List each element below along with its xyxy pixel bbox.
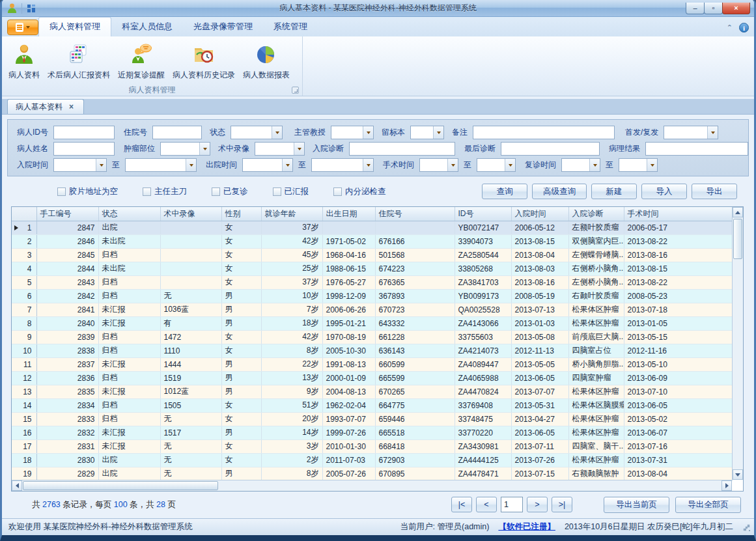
grid-cell[interactable]: 2013-07-13 <box>511 303 568 316</box>
column-header-status[interactable]: 状态 <box>98 207 160 221</box>
column-header-admission-dx[interactable]: 入院诊断 <box>568 207 624 221</box>
grid-cell[interactable]: 男 <box>221 316 261 330</box>
grid-cell[interactable]: 出院 <box>98 467 160 480</box>
grid-cell[interactable]: 1036蓝 <box>160 303 221 316</box>
table-row[interactable]: 42844未出院女25岁1988-06-15674223338052682013… <box>12 262 732 275</box>
query-button[interactable]: 查询 <box>482 184 527 199</box>
row-number-cell[interactable]: 5 <box>12 275 36 289</box>
grid-cell[interactable]: 未汇报 <box>98 426 160 439</box>
grid-cell[interactable]: 9岁 <box>261 385 322 398</box>
row-number-cell[interactable]: 8 <box>12 316 36 330</box>
grid-cell[interactable]: 10岁 <box>261 289 322 303</box>
grid-cell[interactable]: 女 <box>221 275 261 289</box>
row-number-cell[interactable]: 12 <box>12 371 36 385</box>
patient-id-input[interactable] <box>53 126 115 139</box>
surgery-date-from-combo[interactable] <box>419 158 458 172</box>
maximize-button[interactable]: ▫ <box>704 3 723 14</box>
row-number-cell[interactable]: 11 <box>12 357 36 371</box>
grid-cell[interactable]: 2000-01-09 <box>322 371 375 385</box>
row-number-cell[interactable]: 13 <box>12 385 36 398</box>
grid-cell[interactable] <box>322 221 375 234</box>
checkbox-endocrine-exam[interactable]: 内分泌检查 <box>333 186 386 197</box>
grid-cell[interactable]: 2833 <box>36 412 98 426</box>
grid-cell[interactable]: ZA4478471 <box>455 467 511 480</box>
grid-cell[interactable]: 2840 <box>36 316 98 330</box>
grid-cell[interactable]: 男 <box>221 467 261 480</box>
scroll-left-button[interactable] <box>12 480 22 491</box>
grid-cell[interactable]: 676166 <box>375 234 455 248</box>
row-number-cell[interactable]: 10 <box>12 344 36 357</box>
row-number-cell[interactable]: 7 <box>12 303 36 316</box>
grid-cell[interactable]: 未出院 <box>98 262 160 275</box>
grid-cell[interactable]: 女 <box>221 453 261 467</box>
grid-cell[interactable]: 2006-05-12 <box>511 221 568 234</box>
grid-cell[interactable]: 13岁 <box>261 371 322 385</box>
grid-cell[interactable]: 松果体区肿瘤 <box>568 412 624 426</box>
grid-cell[interactable]: 松果体区肿瘤 <box>568 316 624 330</box>
grid-cell[interactable]: 22岁 <box>261 357 322 371</box>
grid-cell[interactable]: 未汇报 <box>98 385 160 398</box>
minimize-button[interactable]: – <box>686 3 705 14</box>
next-page-button[interactable]: > <box>527 497 548 512</box>
grid-cell[interactable]: 37岁 <box>261 221 322 234</box>
grid-cell[interactable]: 643332 <box>375 316 455 330</box>
grid-cell[interactable]: 670723 <box>375 303 455 316</box>
grid-cell[interactable]: 女 <box>221 234 261 248</box>
specimen-combo[interactable] <box>410 126 444 139</box>
grid-cell[interactable]: 2844 <box>36 262 98 275</box>
column-header-birth-date[interactable]: 出生日期 <box>322 207 375 221</box>
grid-cell[interactable]: 2013-06-09 <box>624 371 732 385</box>
admission-dx-input[interactable] <box>349 142 455 156</box>
grid-cell[interactable]: 桥小脑角胆脂... <box>568 357 624 371</box>
grid-cell[interactable]: 1988-06-15 <box>322 262 375 275</box>
export-button[interactable]: 导出 <box>692 184 737 199</box>
grid-cell[interactable]: 367893 <box>375 289 455 303</box>
checkbox-film-address-empty[interactable]: 胶片地址为空 <box>57 186 118 197</box>
grid-cell[interactable]: 2010-01-30 <box>322 439 375 453</box>
grid-cell[interactable]: 665599 <box>375 371 455 385</box>
horizontal-scrollbar[interactable] <box>12 480 732 491</box>
grid-cell[interactable]: 676365 <box>375 275 455 289</box>
column-header-intraop-video[interactable]: 术中录像 <box>160 207 221 221</box>
row-number-cell[interactable]: 9 <box>12 330 36 344</box>
grid-cell[interactable]: ZA3430981 <box>455 439 511 453</box>
row-number-cell[interactable]: 16 <box>12 426 36 439</box>
grid-cell[interactable]: ZA4089447 <box>455 357 511 371</box>
grid-cell[interactable]: 女 <box>221 439 261 453</box>
grid-cell[interactable] <box>160 262 221 275</box>
grid-cell[interactable]: 2841 <box>36 303 98 316</box>
grid-cell[interactable]: 2013-07-31 <box>624 453 732 467</box>
grid-cell[interactable]: 2832 <box>36 426 98 439</box>
vertical-scrollbar[interactable] <box>732 207 743 480</box>
column-header-admission-no[interactable]: 住院号 <box>375 207 455 221</box>
grid-cell[interactable]: 双侧脑室内巨... <box>568 234 624 248</box>
grid-cell[interactable]: 男 <box>221 289 261 303</box>
layout-icon[interactable] <box>26 3 36 14</box>
grid-cell[interactable]: 男 <box>221 303 261 316</box>
grid-cell[interactable] <box>160 275 221 289</box>
grid-cell[interactable]: 2012-11-13 <box>511 344 568 357</box>
grid-cell[interactable]: 2004-08-13 <box>322 385 375 398</box>
row-number-cell[interactable]: 14 <box>12 398 36 412</box>
pathology-input[interactable] <box>645 142 748 156</box>
column-header-manual-no[interactable]: 手工编号 <box>36 207 98 221</box>
grid-cell[interactable]: 无 <box>160 439 221 453</box>
row-number-cell[interactable]: 18 <box>12 453 36 467</box>
grid-cell[interactable]: 2013-07-11 <box>511 439 568 453</box>
professor-combo[interactable] <box>331 126 374 139</box>
resize-grip-icon[interactable] <box>746 527 752 533</box>
grid-cell[interactable]: 668418 <box>375 439 455 453</box>
patient-name-input[interactable] <box>53 142 115 156</box>
ribbon-item-followup-reminder[interactable]: 近期复诊提醒 <box>114 41 169 83</box>
table-row[interactable]: 192829出院无男8岁2005-07-26670895ZA4478471201… <box>12 467 732 480</box>
grid-cell[interactable]: 2013-08-22 <box>624 234 732 248</box>
table-row[interactable]: 52843归档女37岁1976-05-27676365ZA38417032013… <box>12 275 732 289</box>
grid-cell[interactable]: 33770220 <box>455 426 511 439</box>
grid-cell[interactable]: 2013-05-05 <box>511 357 568 371</box>
scroll-up-button[interactable] <box>733 207 743 217</box>
grid-cell[interactable]: ZA4214073 <box>455 344 511 357</box>
grid-cell[interactable]: 左额叶胶质瘤 <box>568 221 624 234</box>
grid-cell[interactable]: 1110 <box>160 344 221 357</box>
grid-cell[interactable]: 33769408 <box>455 398 511 412</box>
grid-cell[interactable]: 20岁 <box>261 412 322 426</box>
